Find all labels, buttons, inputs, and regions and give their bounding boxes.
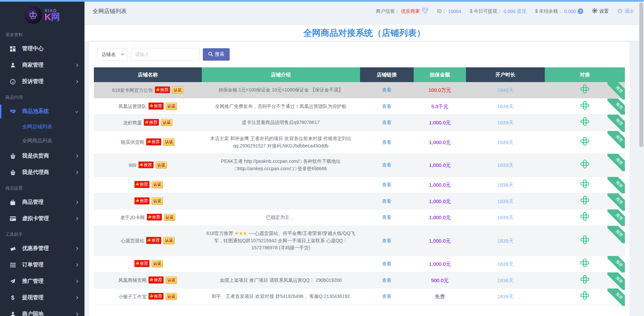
account-age: 1839天 <box>497 238 513 244</box>
view-link[interactable]: 查看 <box>382 294 392 299</box>
view-link[interactable]: 查看 <box>382 214 392 220</box>
certified-badge: 认证 <box>152 260 163 267</box>
sidebar-subitem-product-list[interactable]: 全网商品列表 <box>0 134 84 148</box>
thumbs-up-icon <box>139 162 143 168</box>
grid-icon <box>9 46 16 52</box>
merchant-id-value: 10084 <box>448 9 461 14</box>
view-link[interactable]: 查看 <box>382 162 392 168</box>
account-age-cell: 1839天 <box>466 131 544 154</box>
account-age-cell: 1839天 <box>466 289 544 305</box>
connect-plus-icon[interactable] <box>580 235 589 244</box>
connect-plus-icon[interactable] <box>580 101 589 110</box>
sidebar-item-virtual-card-mgmt[interactable]: 虚拟卡管理 <box>0 210 84 227</box>
guarantee-amount: 500.0元 <box>431 277 449 283</box>
connect-plus-icon[interactable] <box>580 179 589 188</box>
connect-plus-icon[interactable] <box>580 291 589 300</box>
sidebar-item-complaint-mgmt[interactable]: 投诉管理 <box>0 73 84 90</box>
sidebar-item-product-pool[interactable]: 商品池系统 <box>0 103 84 120</box>
recommend-ribbon-label: 推荐 <box>607 256 625 273</box>
recommend-ribbon-label: 推荐 <box>607 115 625 132</box>
sidebar: ♔ XIAO K网 基本资料管理中心商家管理投诉管理商品代理商品池系统全网店铺列… <box>0 2 84 316</box>
sidebar-item-order-mgmt[interactable]: 订单管理 <box>0 257 84 273</box>
chevron-right-icon <box>75 263 78 267</box>
thumbs-up-icon <box>135 198 139 204</box>
sidebar-item-supplier[interactable]: 我是供货商 <box>0 148 84 164</box>
connect-plus-icon[interactable] <box>580 137 589 146</box>
view-link[interactable]: 查看 <box>382 104 392 109</box>
help-question-icon[interactable]: ? <box>578 8 583 14</box>
thumbs-up-icon <box>145 119 149 126</box>
connect-plus-icon[interactable] <box>580 212 589 221</box>
col-account-age: 开户时长 <box>466 67 544 82</box>
sidebar-item-promotion-mgmt[interactable]: 推广管理 <box>0 273 84 290</box>
view-link[interactable]: 查看 <box>382 261 392 266</box>
connect-cell: 推荐 <box>545 256 625 272</box>
store-intro-cell <box>202 177 360 193</box>
sidebar-item-product-mgmt[interactable]: 商品管理 <box>0 194 84 210</box>
store-intro-cell: 和平、王者首发项目 欢迎对接 群541926496， 客服Q:213043619… <box>202 289 360 305</box>
guarantee-amount-cell: 5.0千元 <box>414 98 466 115</box>
view-link[interactable]: 查看 <box>382 198 392 204</box>
content-card: 店铺名 搜索 店铺名称 店铺介绍 店铺链接 担保金额 开户时长 对接 <box>89 42 630 316</box>
handshake-icon <box>9 109 16 114</box>
search-button[interactable]: 搜索 <box>203 48 230 61</box>
sidebar-subitem-shop-list[interactable]: 全网店铺列表 <box>0 120 84 134</box>
page-title: 全网店铺列表 <box>93 7 127 15</box>
recommend-ribbon-label: 推荐 <box>607 272 625 290</box>
sidebar-item-coupon-mgmt[interactable]: 优惠券管理 <box>0 240 84 257</box>
table-row: 989推荐认证PEAK王者 http://peaknb.cccpan.com/□… <box>94 154 625 177</box>
view-link[interactable]: 查看 <box>382 182 392 187</box>
sidebar-item-merchant-garden[interactable]: 商户园地 <box>0 306 84 316</box>
logo-king-icon: ♔ <box>24 6 42 24</box>
connect-cell: 推荐 <box>545 177 625 193</box>
sidebar-item-agent[interactable]: 我是代理商 <box>0 164 84 181</box>
withdraw-link[interactable]: 提现 <box>517 8 526 14</box>
sidebar-item-withdraw-mgmt[interactable]: $提现管理 <box>0 290 84 306</box>
sidebar-item-merchant-mgmt[interactable]: 商家管理 <box>0 57 84 73</box>
connect-plus-icon[interactable] <box>580 258 589 267</box>
recommend-badge: 推荐 <box>149 276 164 283</box>
credit-card-icon <box>9 216 16 221</box>
recommend-ribbon: 推荐 <box>607 99 625 116</box>
recommend-badge: 推荐 <box>155 86 170 93</box>
view-link[interactable]: 查看 <box>382 277 392 283</box>
store-name: 凤凰商铺官网 <box>118 277 147 283</box>
search-input[interactable] <box>131 48 199 61</box>
chevron-right-icon <box>75 154 78 158</box>
merchant-credit: 商户信誉： 优质商家 <box>376 8 428 15</box>
sidebar-item-label: 提现管理 <box>22 294 44 301</box>
paper-plane-icon <box>9 278 16 284</box>
connect-cell: 推荐 <box>545 226 625 256</box>
guarantee-amount: 1,000.0元 <box>429 198 451 204</box>
sidebar-item-label: 商家管理 <box>22 62 44 69</box>
view-link[interactable]: 查看 <box>382 238 392 243</box>
store-link-cell: 查看 <box>360 131 414 154</box>
connect-plus-icon[interactable] <box>580 160 589 169</box>
connect-cell: 推荐 <box>545 131 625 154</box>
thumbs-up-icon <box>147 237 151 244</box>
connect-cell: 推荐 <box>545 272 625 289</box>
page-scrollbar-thumb[interactable] <box>639 2 643 147</box>
connect-cell: 推荐 <box>545 82 625 98</box>
table-row: 凤凰运营团队推荐认证全网推广免费发布，否则平台不予通过！凤凰运营团队为你护航查看… <box>94 98 625 115</box>
col-guarantee-amount: 担保金额 <box>414 67 466 82</box>
sidebar-item-admin-center[interactable]: 管理中心 <box>0 41 84 57</box>
view-link[interactable]: 查看 <box>382 87 392 92</box>
connect-plus-icon[interactable] <box>580 275 589 284</box>
search-filter-select[interactable]: 店铺名 <box>97 48 127 61</box>
view-link[interactable]: 查看 <box>382 139 392 145</box>
connect-plus-icon[interactable] <box>580 84 589 93</box>
store-link-cell: 查看 <box>360 256 414 272</box>
logout-button[interactable]: 退出 <box>618 8 634 14</box>
connect-plus-icon[interactable] <box>580 196 589 205</box>
view-link[interactable]: 查看 <box>382 120 392 125</box>
col-connect: 对接 <box>545 67 625 82</box>
star-icon: ★ <box>243 231 247 236</box>
recommend-ribbon: 推荐 <box>607 154 625 171</box>
recommend-ribbon: 推荐 <box>607 289 625 306</box>
settings-button[interactable]: 设置 <box>592 8 609 14</box>
store-intro-cell: 已稳定为主 、 <box>202 209 360 226</box>
nav-group-label: 基本资料 <box>0 27 84 41</box>
guarantee-amount: 5.0千元 <box>431 104 449 109</box>
connect-plus-icon[interactable] <box>580 117 589 126</box>
